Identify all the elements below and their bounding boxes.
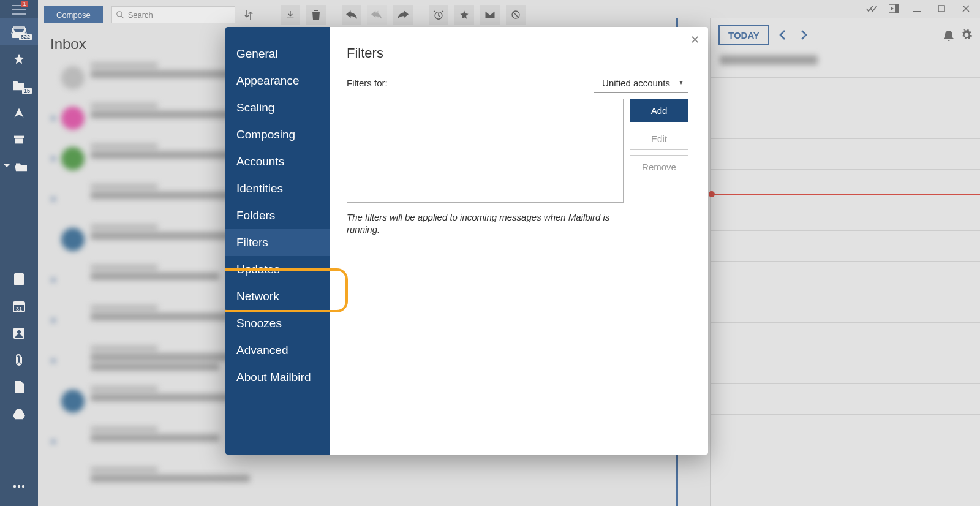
mark-read-icon[interactable] [480, 5, 500, 25]
svg-rect-7 [13, 302, 24, 305]
settings-modal: General Appearance Scaling Composing Acc… [225, 27, 708, 455]
svg-rect-2 [12, 13, 26, 15]
sidebar-app-attachments[interactable] [0, 347, 38, 374]
settings-icon[interactable] [960, 29, 973, 41]
settings-nav-updates[interactable]: Updates [225, 256, 330, 283]
settings-nav-snoozes[interactable]: Snoozes [225, 310, 330, 337]
svg-point-13 [22, 485, 24, 488]
svg-rect-3 [14, 136, 24, 138]
svg-rect-4 [15, 138, 23, 143]
svg-point-10 [17, 330, 21, 334]
mark-all-read-icon[interactable] [862, 1, 881, 16]
svg-line-18 [513, 12, 518, 17]
filter-note: The filters will be applied to incoming … [347, 211, 616, 236]
filters-for-label: Filters for: [347, 78, 388, 88]
sidebar-inbox[interactable]: 822 [0, 18, 38, 45]
edit-filter-button: Edit [630, 127, 688, 150]
account-select[interactable]: Unified accounts [594, 74, 688, 93]
close-icon[interactable]: ✕ [690, 33, 699, 47]
add-filter-button[interactable]: Add [630, 99, 688, 122]
svg-point-14 [116, 12, 121, 17]
notifications-icon[interactable] [943, 29, 954, 41]
sidebar-sent[interactable] [0, 99, 38, 126]
sidebar-app-calendar[interactable]: 31 [0, 293, 38, 320]
settings-nav-network[interactable]: Network [225, 283, 330, 310]
settings-nav-folders[interactable]: Folders [225, 202, 330, 229]
settings-nav-composing[interactable]: Composing [225, 121, 330, 148]
inbox-title: Inbox [50, 36, 86, 53]
search-field[interactable] [111, 6, 235, 23]
sidebar-app-drive[interactable] [0, 401, 38, 428]
settings-nav-filters[interactable]: Filters [225, 229, 330, 256]
sort-button[interactable] [240, 6, 257, 23]
account-select-value: Unified accounts [602, 78, 670, 88]
svg-text:31: 31 [16, 306, 22, 312]
archive-icon[interactable] [281, 5, 300, 25]
reply-all-icon[interactable] [368, 5, 387, 25]
app-sidebar: 1 822 15 31 [0, 0, 38, 506]
sidebar-starred[interactable] [0, 45, 38, 72]
close-button[interactable] [956, 1, 976, 16]
star-icon[interactable] [454, 5, 474, 25]
hamburger-menu[interactable]: 1 [0, 1, 38, 18]
svg-rect-1 [12, 9, 26, 10]
sidebar-more[interactable] [0, 473, 38, 500]
reply-icon[interactable] [342, 5, 361, 25]
settings-nav-accounts[interactable]: Accounts [225, 148, 330, 175]
current-time-indicator [711, 194, 980, 195]
sidebar-folder-open[interactable] [0, 153, 38, 180]
svg-line-15 [121, 16, 123, 18]
settings-nav-identities[interactable]: Identities [225, 175, 330, 202]
sidebar-app-contacts[interactable] [0, 320, 38, 347]
settings-nav-advanced[interactable]: Advanced [225, 337, 330, 364]
sidebar-app-notes[interactable] [0, 374, 38, 401]
sidebar-archive[interactable] [0, 126, 38, 153]
search-icon [116, 10, 124, 19]
settings-nav-general[interactable]: General [225, 40, 330, 67]
svg-rect-5 [14, 273, 24, 285]
filter-list[interactable] [347, 99, 624, 203]
collapse-panel-icon[interactable] [884, 1, 903, 16]
maximize-button[interactable] [931, 1, 952, 16]
svg-rect-20 [895, 4, 899, 13]
settings-nav: General Appearance Scaling Composing Acc… [225, 27, 330, 455]
svg-point-12 [18, 485, 20, 488]
today-button[interactable]: TODAY [718, 25, 769, 45]
svg-rect-22 [938, 6, 944, 12]
forward-icon[interactable] [393, 5, 413, 25]
inbox-count-badge: 822 [19, 34, 32, 40]
settings-panel: ✕ Filters Filters for: Unified accounts … [330, 27, 708, 455]
block-icon[interactable] [506, 5, 526, 25]
svg-point-11 [13, 485, 16, 488]
calendar-date [711, 51, 980, 71]
folder-badge: 15 [22, 88, 32, 94]
window-controls [862, 0, 980, 17]
minimize-button[interactable] [907, 1, 927, 16]
remove-filter-button: Remove [630, 155, 688, 178]
prev-day-button[interactable] [773, 26, 791, 44]
svg-rect-21 [913, 11, 921, 12]
settings-nav-appearance[interactable]: Appearance [225, 67, 330, 94]
delete-icon[interactable] [306, 5, 326, 25]
sidebar-app-docs[interactable] [0, 266, 38, 293]
panel-title: Filters [347, 45, 688, 61]
search-input[interactable] [128, 10, 231, 20]
settings-nav-about[interactable]: About Mailbird [225, 364, 330, 391]
settings-nav-scaling[interactable]: Scaling [225, 94, 330, 121]
calendar-panel: TODAY [710, 18, 980, 506]
unread-badge: 1 [21, 0, 28, 7]
compose-button[interactable]: Compose [44, 6, 103, 23]
sidebar-folder-1[interactable]: 15 [0, 72, 38, 99]
snooze-icon[interactable] [429, 5, 448, 25]
next-day-button[interactable] [795, 26, 813, 44]
